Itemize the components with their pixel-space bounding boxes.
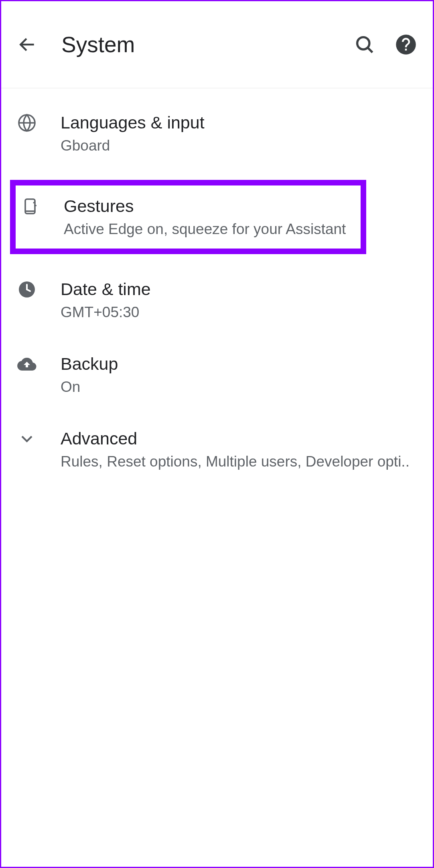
header-actions xyxy=(354,34,417,55)
item-title: Advanced xyxy=(61,427,417,450)
item-subtitle: GMT+05:30 xyxy=(61,302,417,323)
item-subtitle: Gboard xyxy=(61,135,417,157)
back-icon[interactable] xyxy=(17,35,37,55)
phone-gesture-icon xyxy=(20,197,40,216)
list-item-languages[interactable]: Languages & input Gboard xyxy=(1,96,433,171)
help-icon[interactable] xyxy=(395,34,417,55)
clock-icon xyxy=(17,280,37,299)
list-item-advanced[interactable]: Advanced Rules, Reset options, Multiple … xyxy=(1,412,433,487)
item-subtitle: On xyxy=(61,376,417,398)
search-icon[interactable] xyxy=(354,34,375,55)
item-title: Date & time xyxy=(61,277,417,301)
item-subtitle: Rules, Reset options, Multiple users, De… xyxy=(61,451,417,473)
cloud-upload-icon xyxy=(17,355,37,374)
chevron-down-icon xyxy=(17,429,37,448)
item-title: Backup xyxy=(61,352,417,375)
item-title: Gestures xyxy=(64,194,356,218)
svg-point-3 xyxy=(396,35,416,55)
settings-list: Languages & input Gboard Gestures Active… xyxy=(1,88,433,487)
list-item-date-time[interactable]: Date & time GMT+05:30 xyxy=(1,263,433,338)
svg-point-1 xyxy=(357,37,369,49)
page-title: System xyxy=(61,32,354,57)
globe-icon xyxy=(17,113,37,132)
svg-line-2 xyxy=(368,48,373,53)
list-item-gestures[interactable]: Gestures Active Edge on, squeeze for you… xyxy=(10,180,366,255)
header: System xyxy=(1,1,433,88)
list-item-backup[interactable]: Backup On xyxy=(1,338,433,412)
item-title: Languages & input xyxy=(61,111,417,134)
item-subtitle: Active Edge on, squeeze for your Assista… xyxy=(64,218,356,240)
